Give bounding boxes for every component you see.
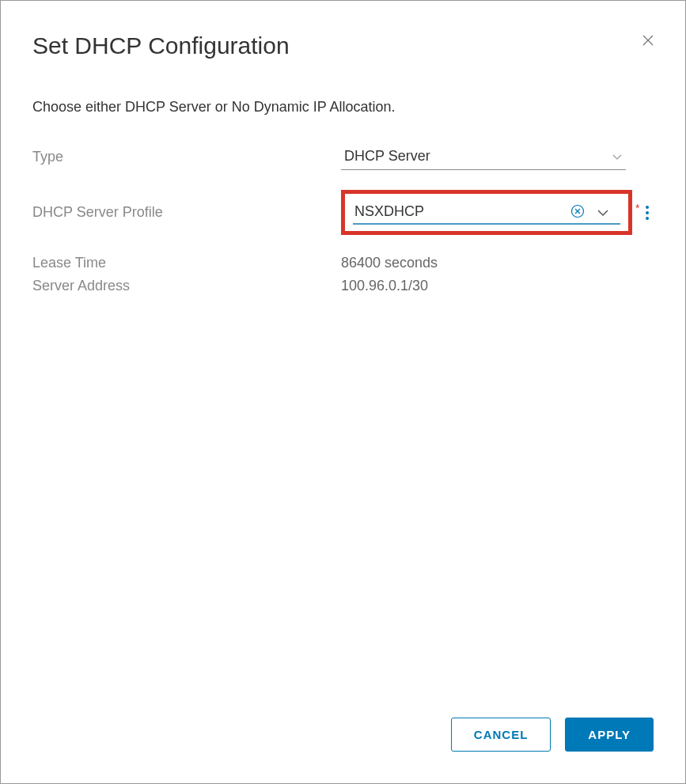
- cancel-button[interactable]: CANCEL: [451, 718, 551, 752]
- type-label: Type: [32, 149, 341, 165]
- form-body: Type DHCP Server DHCP Server Profile *: [32, 143, 654, 718]
- required-indicator: *: [635, 202, 639, 214]
- dialog-header: Set DHCP Configuration: [32, 32, 654, 59]
- type-select[interactable]: DHCP Server: [341, 143, 626, 170]
- kebab-dot: [646, 211, 649, 214]
- type-row: Type DHCP Server: [32, 143, 654, 170]
- kebab-dot: [646, 206, 649, 209]
- lease-label: Lease Time: [32, 255, 341, 271]
- type-select-wrapper[interactable]: DHCP Server: [341, 143, 626, 170]
- apply-button[interactable]: APPLY: [565, 718, 654, 752]
- profile-row: DHCP Server Profile *: [32, 190, 654, 235]
- address-value: 100.96.0.1/30: [341, 278, 428, 294]
- chevron-down-icon[interactable]: [597, 206, 608, 220]
- close-button[interactable]: [642, 32, 654, 48]
- dialog-instruction: Choose either DHCP Server or No Dynamic …: [32, 99, 654, 116]
- dialog-title: Set DHCP Configuration: [32, 32, 290, 59]
- dialog-footer: CANCEL APPLY: [32, 718, 654, 752]
- address-label: Server Address: [32, 278, 341, 294]
- kebab-menu-icon[interactable]: [646, 206, 649, 220]
- profile-label: DHCP Server Profile: [32, 204, 341, 221]
- kebab-dot: [646, 217, 649, 220]
- dhcp-config-dialog: Set DHCP Configuration Choose either DHC…: [1, 1, 685, 783]
- profile-highlight-box: [341, 190, 632, 235]
- lease-row: Lease Time 86400 seconds: [32, 255, 654, 271]
- close-icon: [642, 32, 654, 49]
- lease-value: 86400 seconds: [341, 255, 438, 271]
- clear-icon[interactable]: [570, 204, 585, 222]
- address-row: Server Address 100.96.0.1/30: [32, 278, 654, 294]
